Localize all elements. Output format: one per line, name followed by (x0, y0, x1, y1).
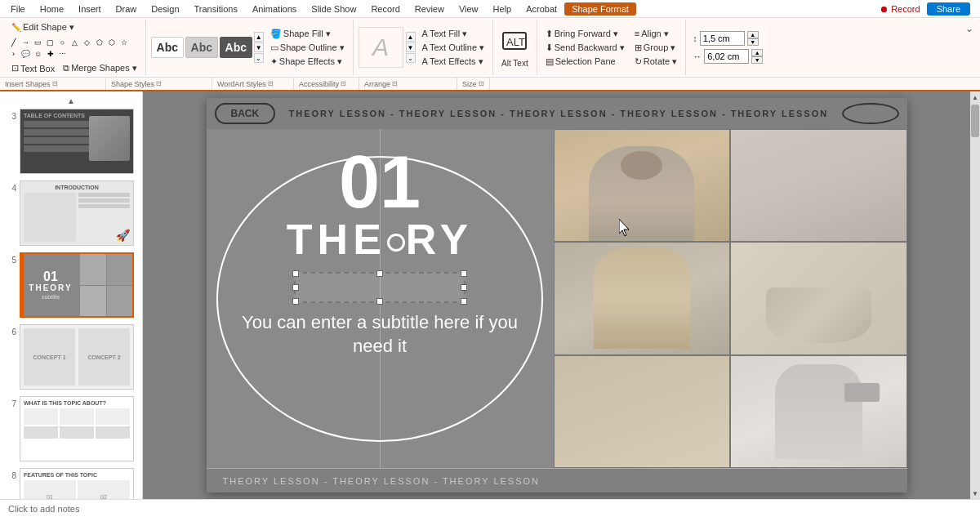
shape-arrow-icon[interactable]: → (20, 37, 31, 47)
handle-tr[interactable] (461, 270, 467, 277)
shape-pentagon-icon[interactable]: ⬠ (94, 37, 105, 47)
photo-cell-1 (554, 129, 731, 242)
handle-br[interactable] (461, 298, 467, 305)
text-outline-button[interactable]: A Text Outline ▾ (419, 42, 488, 54)
shape-star-icon[interactable]: ☆ (118, 37, 129, 47)
bring-forward-button[interactable]: ⬆ Bring Forward ▾ (542, 28, 628, 40)
slide-thumb-3[interactable]: 3 TABLE OF CONTENTS (3, 107, 139, 176)
merge-shapes-button[interactable]: ⧉ Merge Shapes ▾ (60, 62, 140, 74)
selection-pane-button[interactable]: ▤ Selection Pane (542, 56, 628, 68)
shape-diamond-icon[interactable]: ◇ (82, 37, 92, 47)
tab-view[interactable]: View (452, 2, 486, 16)
shape-style-sample-2[interactable]: Abc (185, 37, 218, 58)
slide-img-3: TABLE OF CONTENTS (20, 109, 134, 174)
shape-smiley-icon[interactable]: ☺ (33, 48, 43, 59)
ticker-top-text: THEORY LESSON - THEORY LESSON - THEORY L… (283, 109, 833, 118)
photo-cell-4 (730, 242, 907, 354)
handle-ml[interactable] (292, 284, 299, 291)
back-button[interactable]: BACK (215, 103, 276, 124)
edit-shape-button[interactable]: ✏️ Edit Shape ▾ (8, 21, 78, 33)
status-bar: Click to add notes (0, 499, 980, 517)
tab-help[interactable]: Help (486, 2, 519, 16)
height-spinner-up[interactable]: ▲ (747, 31, 759, 38)
subtitle-text[interactable]: You can enter a subtitle here if you nee… (207, 311, 554, 358)
tab-shape-format[interactable]: Shape Format (564, 2, 636, 16)
text-effects-button[interactable]: A Text Effects ▾ (419, 56, 488, 68)
canvas-area: BACK THEORY LESSON - THEORY LESSON - THE… (143, 91, 970, 499)
tab-record[interactable]: Record (363, 2, 407, 16)
wordart-expand[interactable]: ⌄ (406, 53, 416, 63)
slide-5[interactable]: BACK THEORY LESSON - THEORY LESSON - THE… (207, 98, 907, 492)
shape-oval-icon[interactable]: ○ (57, 37, 68, 47)
shape-fill-button[interactable]: 🪣 Shape Fill ▾ (267, 28, 348, 40)
shape-chevron-icon[interactable]: › (8, 48, 19, 59)
slide-thumb-6[interactable]: 6 CONCEPT 1 CONCEPT 2 (3, 323, 139, 391)
slide-img-5: 01 THEORY subtitle (20, 252, 134, 318)
handle-bl[interactable] (292, 298, 299, 305)
tab-review[interactable]: Review (408, 2, 452, 16)
record-label: Record (891, 4, 920, 14)
right-scrollbar[interactable]: ▲ ▼ (970, 91, 980, 499)
style-scroll-down[interactable]: ▼ (254, 42, 264, 52)
tab-animations[interactable]: Animations (245, 2, 304, 16)
handle-tl[interactable] (292, 270, 299, 277)
scroll-thumb[interactable] (971, 105, 979, 137)
style-scroll-up[interactable]: ▲ (254, 32, 264, 42)
height-input[interactable]: 1,5 cm (700, 31, 745, 46)
share-button[interactable]: Share (927, 2, 970, 16)
slide-thumb-7[interactable]: 7 WHAT IS THIS TOPIC ABOUT? (3, 394, 139, 463)
selected-textbox[interactable] (294, 272, 466, 303)
expand-ribbon-icon: ⌄ (965, 23, 973, 34)
slide-thumb-4[interactable]: 4 INTRODUCTION 🚀 (3, 179, 139, 247)
tab-acrobat[interactable]: Acrobat (519, 2, 564, 16)
shape-line-icon[interactable]: ╱ (8, 37, 19, 47)
tab-draw[interactable]: Draw (109, 2, 145, 16)
shape-rounded-rect-icon[interactable]: ▢ (45, 37, 56, 47)
shape-more-icon[interactable]: ⋯ (57, 48, 68, 59)
wordart-scroll-up[interactable]: ▲ (406, 32, 416, 42)
align-button[interactable]: ≡ Align ▾ (631, 28, 680, 40)
rotate-button[interactable]: ↻ Rotate ▾ (631, 56, 680, 68)
handle-tc[interactable] (376, 270, 383, 277)
send-backward-button[interactable]: ⬇ Send Backward ▾ (542, 42, 628, 54)
shape-hex-icon[interactable]: ⬡ (106, 37, 117, 47)
height-spinner-down[interactable]: ▼ (747, 38, 759, 46)
tab-slideshow[interactable]: Slide Show (304, 2, 363, 16)
tab-transitions[interactable]: Transitions (187, 2, 245, 16)
shape-style-sample-3[interactable]: Abc (220, 37, 252, 58)
shape-style-sample-1[interactable]: Abc (151, 37, 184, 58)
photo-cell-3 (554, 242, 731, 354)
alt-text-button[interactable]: ALT Alt Text (501, 28, 528, 68)
shape-rect-icon[interactable]: ▭ (33, 37, 43, 47)
tab-insert[interactable]: Insert (71, 2, 109, 16)
shape-callout-icon[interactable]: 💬 (20, 48, 31, 59)
wordart-scroll-down[interactable]: ▼ (406, 42, 416, 52)
handle-mr[interactable] (461, 284, 467, 291)
style-expand[interactable]: ⌄ (254, 53, 264, 63)
group-button[interactable]: ⊞ Group ▾ (631, 42, 680, 54)
shape-effects-button[interactable]: ✦ Shape Effects ▾ (267, 56, 348, 68)
tab-design[interactable]: Design (144, 2, 186, 16)
tab-home[interactable]: Home (33, 2, 71, 16)
add-notes-text[interactable]: Click to add notes (8, 504, 79, 514)
tab-file[interactable]: File (3, 2, 33, 16)
shape-outline-button[interactable]: ▭ Shape Outline ▾ (267, 42, 348, 54)
text-box-button[interactable]: ⊡ Text Box (8, 62, 58, 74)
slide-thumb-5[interactable]: 5 01 THEORY subtitle (3, 251, 139, 319)
record-button[interactable]: ⏺ Record (880, 4, 920, 14)
width-input[interactable]: 6,02 cm (704, 49, 749, 64)
panel-scroll-up[interactable]: ▲ (3, 95, 139, 107)
scroll-up-arrow[interactable]: ▲ (970, 91, 980, 103)
shape-triangle-icon[interactable]: △ (69, 37, 80, 47)
scroll-down-arrow[interactable]: ▼ (970, 488, 980, 499)
ribbon-expand-button[interactable]: ⌄ (962, 20, 977, 75)
shape-cross-icon[interactable]: ✚ (45, 48, 56, 59)
width-spinner-down[interactable]: ▼ (751, 56, 763, 64)
rotate-icon: ↻ (635, 56, 642, 67)
align-icon: ≡ (635, 29, 639, 38)
handle-bc[interactable] (376, 298, 383, 305)
slide-img-8: FEATURES OF THIS TOPIC 01 02 (20, 468, 134, 499)
text-fill-button[interactable]: A Text Fill ▾ (419, 28, 488, 40)
slide-thumb-8[interactable]: 8 FEATURES OF THIS TOPIC 01 02 (3, 466, 139, 499)
width-spinner-up[interactable]: ▲ (751, 49, 763, 56)
